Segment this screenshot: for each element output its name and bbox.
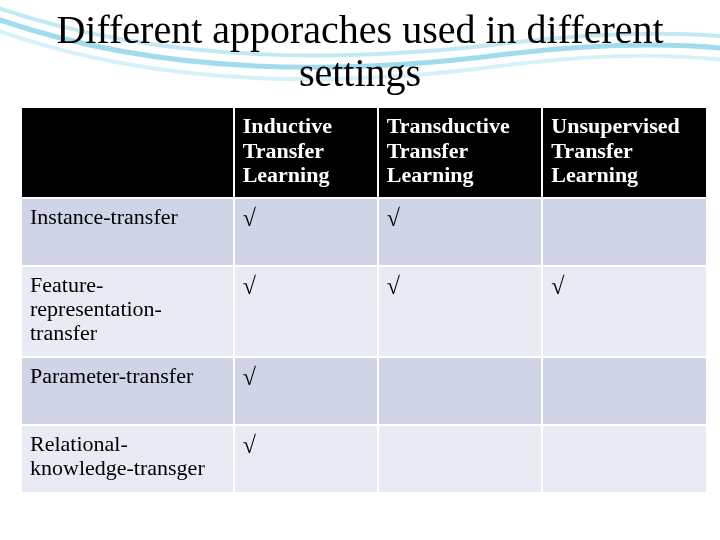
table-header-row: Inductive Transfer Learning Transductive… bbox=[21, 107, 707, 198]
table-row: Feature-representation-transfer √ √ √ bbox=[21, 266, 707, 357]
slide-title: Different apporaches used in different s… bbox=[0, 0, 720, 94]
row-label: Instance-transfer bbox=[21, 198, 234, 266]
header-inductive: Inductive Transfer Learning bbox=[234, 107, 378, 198]
cell bbox=[542, 357, 707, 425]
cell bbox=[378, 357, 543, 425]
cell: √ bbox=[234, 425, 378, 493]
header-transductive: Transductive Transfer Learning bbox=[378, 107, 543, 198]
cell: √ bbox=[542, 266, 707, 357]
cell: √ bbox=[234, 266, 378, 357]
cell bbox=[378, 425, 543, 493]
comparison-table: Inductive Transfer Learning Transductive… bbox=[20, 106, 708, 493]
table-row: Instance-transfer √ √ bbox=[21, 198, 707, 266]
cell bbox=[542, 198, 707, 266]
cell: √ bbox=[378, 198, 543, 266]
cell: √ bbox=[378, 266, 543, 357]
row-label: Feature-representation-transfer bbox=[21, 266, 234, 357]
header-unsupervised: Unsupervised Transfer Learning bbox=[542, 107, 707, 198]
table-row: Parameter-transfer √ bbox=[21, 357, 707, 425]
row-label: Relational-knowledge-transger bbox=[21, 425, 234, 493]
header-blank bbox=[21, 107, 234, 198]
row-label: Parameter-transfer bbox=[21, 357, 234, 425]
table-row: Relational-knowledge-transger √ bbox=[21, 425, 707, 493]
cell bbox=[542, 425, 707, 493]
cell: √ bbox=[234, 357, 378, 425]
cell: √ bbox=[234, 198, 378, 266]
